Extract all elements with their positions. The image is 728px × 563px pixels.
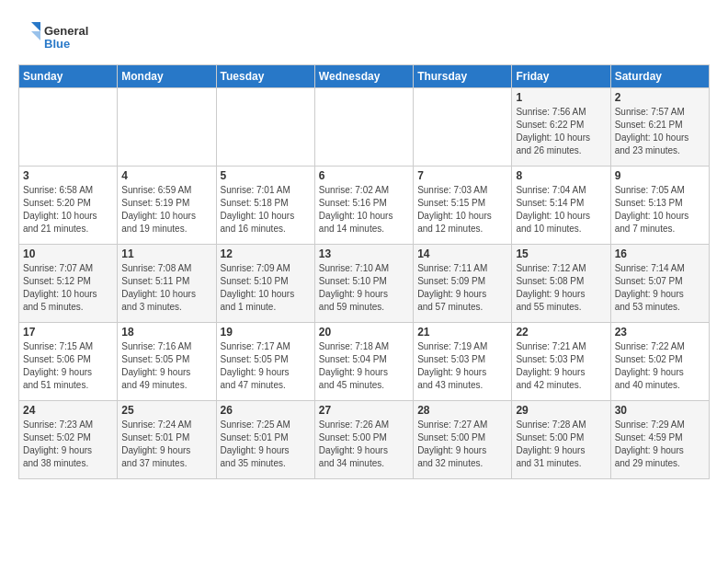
calendar-cell: 22Sunrise: 7:21 AM Sunset: 5:03 PM Dayli… <box>512 323 610 401</box>
calendar-cell: 8Sunrise: 7:04 AM Sunset: 5:14 PM Daylig… <box>512 167 610 245</box>
day-info: Sunrise: 7:56 AM Sunset: 6:22 PM Dayligh… <box>516 106 606 157</box>
svg-text:General: General <box>44 24 88 38</box>
day-info: Sunrise: 7:23 AM Sunset: 5:02 PM Dayligh… <box>23 419 113 470</box>
day-info: Sunrise: 7:08 AM Sunset: 5:11 PM Dayligh… <box>121 262 211 314</box>
day-number: 13 <box>319 247 409 260</box>
day-info: Sunrise: 7:03 AM Sunset: 5:15 PM Dayligh… <box>417 184 507 236</box>
calendar-week-4: 17Sunrise: 7:15 AM Sunset: 5:06 PM Dayli… <box>19 323 710 401</box>
calendar-cell: 29Sunrise: 7:28 AM Sunset: 5:00 PM Dayli… <box>512 401 610 479</box>
day-number: 12 <box>221 247 311 260</box>
day-number: 27 <box>319 404 409 417</box>
day-number: 21 <box>417 326 507 339</box>
day-number: 29 <box>516 404 606 417</box>
day-info: Sunrise: 6:59 AM Sunset: 5:19 PM Dayligh… <box>121 184 211 236</box>
day-info: Sunrise: 7:19 AM Sunset: 5:03 PM Dayligh… <box>417 340 507 392</box>
svg-marker-3 <box>31 31 40 40</box>
calendar-header: SundayMondayTuesdayWednesdayThursdayFrid… <box>19 65 710 88</box>
calendar-cell <box>414 88 512 167</box>
day-info: Sunrise: 7:11 AM Sunset: 5:09 PM Dayligh… <box>417 262 507 314</box>
calendar-cell: 16Sunrise: 7:14 AM Sunset: 5:07 PM Dayli… <box>610 245 709 323</box>
day-number: 9 <box>615 169 705 182</box>
day-info: Sunrise: 7:10 AM Sunset: 5:10 PM Dayligh… <box>319 262 409 314</box>
logo: General Blue <box>18 18 101 55</box>
calendar-cell <box>118 88 216 167</box>
day-info: Sunrise: 7:28 AM Sunset: 5:00 PM Dayligh… <box>516 419 606 470</box>
calendar-body: 1Sunrise: 7:56 AM Sunset: 6:22 PM Daylig… <box>19 88 710 479</box>
day-number: 1 <box>516 91 606 104</box>
calendar-cell: 7Sunrise: 7:03 AM Sunset: 5:15 PM Daylig… <box>414 167 512 245</box>
day-info: Sunrise: 7:05 AM Sunset: 5:13 PM Dayligh… <box>615 184 705 236</box>
day-number: 20 <box>319 326 409 339</box>
day-number: 15 <box>516 247 606 260</box>
calendar-week-2: 3Sunrise: 6:58 AM Sunset: 5:20 PM Daylig… <box>19 167 710 245</box>
day-info: Sunrise: 7:22 AM Sunset: 5:02 PM Dayligh… <box>615 340 705 392</box>
calendar-cell: 27Sunrise: 7:26 AM Sunset: 5:00 PM Dayli… <box>314 401 413 479</box>
calendar-cell: 15Sunrise: 7:12 AM Sunset: 5:08 PM Dayli… <box>512 245 610 323</box>
day-number: 22 <box>516 326 606 339</box>
svg-text:Blue: Blue <box>44 37 70 51</box>
day-info: Sunrise: 7:27 AM Sunset: 5:00 PM Dayligh… <box>417 419 507 470</box>
weekday-header-saturday: Saturday <box>610 65 709 88</box>
day-info: Sunrise: 7:26 AM Sunset: 5:00 PM Dayligh… <box>319 419 409 470</box>
day-info: Sunrise: 7:09 AM Sunset: 5:10 PM Dayligh… <box>221 262 311 314</box>
calendar-cell: 28Sunrise: 7:27 AM Sunset: 5:00 PM Dayli… <box>414 401 512 479</box>
day-number: 14 <box>417 247 507 260</box>
day-number: 11 <box>121 247 211 260</box>
calendar-cell: 13Sunrise: 7:10 AM Sunset: 5:10 PM Dayli… <box>314 245 413 323</box>
weekday-header-tuesday: Tuesday <box>216 65 314 88</box>
calendar-week-5: 24Sunrise: 7:23 AM Sunset: 5:02 PM Dayli… <box>19 401 710 479</box>
calendar-cell: 18Sunrise: 7:16 AM Sunset: 5:05 PM Dayli… <box>118 323 216 401</box>
weekday-header-thursday: Thursday <box>414 65 512 88</box>
day-number: 30 <box>615 404 705 417</box>
logo-svg: General Blue <box>18 18 101 55</box>
day-number: 19 <box>221 326 311 339</box>
day-info: Sunrise: 7:14 AM Sunset: 5:07 PM Dayligh… <box>615 262 705 314</box>
calendar-table: SundayMondayTuesdayWednesdayThursdayFrid… <box>18 64 710 479</box>
calendar-cell: 23Sunrise: 7:22 AM Sunset: 5:02 PM Dayli… <box>610 323 709 401</box>
calendar-cell <box>314 88 413 167</box>
calendar-cell: 2Sunrise: 7:57 AM Sunset: 6:21 PM Daylig… <box>610 88 709 167</box>
day-info: Sunrise: 7:12 AM Sunset: 5:08 PM Dayligh… <box>516 262 606 314</box>
calendar-cell: 3Sunrise: 6:58 AM Sunset: 5:20 PM Daylig… <box>19 167 118 245</box>
day-number: 3 <box>23 169 113 182</box>
weekday-header-wednesday: Wednesday <box>314 65 413 88</box>
day-info: Sunrise: 7:24 AM Sunset: 5:01 PM Dayligh… <box>121 419 211 470</box>
weekday-header-row: SundayMondayTuesdayWednesdayThursdayFrid… <box>19 65 710 88</box>
calendar-cell: 17Sunrise: 7:15 AM Sunset: 5:06 PM Dayli… <box>19 323 118 401</box>
calendar-cell: 12Sunrise: 7:09 AM Sunset: 5:10 PM Dayli… <box>216 245 314 323</box>
calendar-cell: 6Sunrise: 7:02 AM Sunset: 5:16 PM Daylig… <box>314 167 413 245</box>
calendar-cell: 19Sunrise: 7:17 AM Sunset: 5:05 PM Dayli… <box>216 323 314 401</box>
day-info: Sunrise: 6:58 AM Sunset: 5:20 PM Dayligh… <box>23 184 113 236</box>
day-number: 26 <box>221 404 311 417</box>
svg-marker-2 <box>31 22 40 31</box>
calendar-cell <box>216 88 314 167</box>
day-number: 4 <box>121 169 211 182</box>
day-number: 16 <box>615 247 705 260</box>
calendar-cell: 20Sunrise: 7:18 AM Sunset: 5:04 PM Dayli… <box>314 323 413 401</box>
day-info: Sunrise: 7:16 AM Sunset: 5:05 PM Dayligh… <box>121 340 211 392</box>
day-number: 25 <box>121 404 211 417</box>
calendar-week-3: 10Sunrise: 7:07 AM Sunset: 5:12 PM Dayli… <box>19 245 710 323</box>
day-info: Sunrise: 7:07 AM Sunset: 5:12 PM Dayligh… <box>23 262 113 314</box>
day-number: 17 <box>23 326 113 339</box>
calendar-cell: 14Sunrise: 7:11 AM Sunset: 5:09 PM Dayli… <box>414 245 512 323</box>
day-info: Sunrise: 7:04 AM Sunset: 5:14 PM Dayligh… <box>516 184 606 236</box>
day-number: 8 <box>516 169 606 182</box>
day-number: 6 <box>319 169 409 182</box>
calendar-cell: 24Sunrise: 7:23 AM Sunset: 5:02 PM Dayli… <box>19 401 118 479</box>
day-number: 10 <box>23 247 113 260</box>
day-info: Sunrise: 7:02 AM Sunset: 5:16 PM Dayligh… <box>319 184 409 236</box>
day-info: Sunrise: 7:15 AM Sunset: 5:06 PM Dayligh… <box>23 340 113 392</box>
weekday-header-friday: Friday <box>512 65 610 88</box>
calendar-cell: 4Sunrise: 6:59 AM Sunset: 5:19 PM Daylig… <box>118 167 216 245</box>
day-number: 18 <box>121 326 211 339</box>
day-info: Sunrise: 7:57 AM Sunset: 6:21 PM Dayligh… <box>615 106 705 157</box>
calendar-cell: 5Sunrise: 7:01 AM Sunset: 5:18 PM Daylig… <box>216 167 314 245</box>
day-info: Sunrise: 7:25 AM Sunset: 5:01 PM Dayligh… <box>221 419 311 470</box>
calendar-cell: 10Sunrise: 7:07 AM Sunset: 5:12 PM Dayli… <box>19 245 118 323</box>
calendar-cell: 30Sunrise: 7:29 AM Sunset: 4:59 PM Dayli… <box>610 401 709 479</box>
page-header: General Blue <box>18 18 710 55</box>
day-number: 24 <box>23 404 113 417</box>
weekday-header-sunday: Sunday <box>19 65 118 88</box>
day-number: 5 <box>221 169 311 182</box>
